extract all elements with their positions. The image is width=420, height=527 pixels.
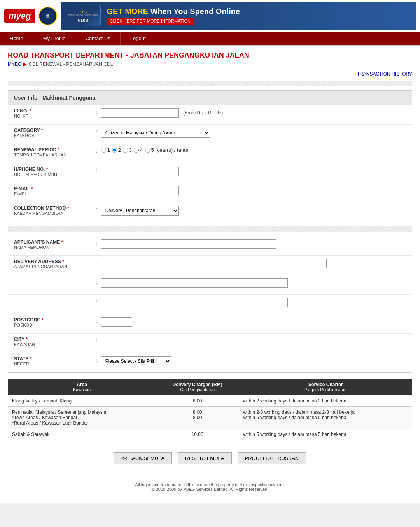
delivery-address-row-2: : <box>8 275 412 295</box>
renewal-3[interactable]: 3 <box>123 147 132 153</box>
separator-stripe-2 <box>8 226 412 232</box>
delivery-table-container: Area Kawasan Delivery Charges (RM) Caj P… <box>8 379 412 440</box>
renewal-options: 1 2 3 4 5 year(s) / tahun <box>101 147 406 153</box>
th-area: Area Kawasan <box>8 379 156 395</box>
separator-stripe <box>8 81 412 86</box>
footer: All logos and trademarks in this site ar… <box>8 476 412 497</box>
city-label: CITY * KAWASAN <box>14 337 92 347</box>
state-select[interactable]: Please Select / Sila Pilih <box>101 356 171 366</box>
table-cell-charter-1: within 2 working days / dalam masa 2 har… <box>239 395 412 407</box>
address-line2-input[interactable] <box>101 278 288 288</box>
renewal-period-row: RENEWAL PERIOD * TEMPOH PEMBAHARUAN : 1 … <box>8 144 412 163</box>
id-no-row: ID NO. * NO. KP : (From User Profile) <box>8 105 412 125</box>
renewal-5[interactable]: 5 <box>145 147 154 153</box>
collection-method-row: COLLECTION METHOD * KAEDAH PENGAMBILAN :… <box>8 202 412 222</box>
banner-get-more: GET MORE When You Spend Online <box>107 7 240 16</box>
table-cell-area-3: Sabah & Sarawak <box>8 429 156 440</box>
year-label: year(s) / tahun <box>157 147 190 153</box>
email-label: E-MAIL * E-MEL <box>14 186 92 196</box>
user-info-form: User Info - Maklumat Pengguna ID NO. * N… <box>8 90 412 222</box>
back-button[interactable]: << BACK/SEMULA <box>114 452 172 464</box>
phone-row: H/PHONE NO. * NO. TELEFON BIMBIT : <box>8 163 412 183</box>
postcode-input[interactable] <box>101 317 132 327</box>
phone-label: H/PHONE NO. * NO. TELEFON BIMBIT <box>14 167 92 177</box>
nav-my-profile[interactable]: My Profile <box>33 32 76 45</box>
id-no-label: ID NO. * NO. KP <box>14 108 92 118</box>
nav-home[interactable]: Home <box>0 32 33 45</box>
button-row: << BACK/SEMULA RESET/SEMULA PROCEED/TERU… <box>8 448 412 468</box>
header-top: myeg 🏛️ myeg 0000 0000 0000 0000 VISA GE… <box>0 0 420 32</box>
myeg-logo: myeg <box>4 9 35 23</box>
category-row: CATEGORY * KATEGORI : Citizen of Malaysi… <box>8 125 412 144</box>
section-header: User Info - Maklumat Pengguna <box>8 91 412 105</box>
banner-click-here[interactable]: CLICK HERE FOR MORE INFORMATION <box>107 18 194 25</box>
renewal-period-label: RENEWAL PERIOD * TEMPOH PEMBAHARUAN <box>14 147 92 157</box>
renewal-4[interactable]: 4 <box>134 147 143 153</box>
delivery-address-row-3: : <box>8 295 412 314</box>
nav-logout[interactable]: Logout <box>121 32 156 45</box>
header: myeg 🏛️ myeg 0000 0000 0000 0000 VISA GE… <box>0 0 420 46</box>
delivery-table: Area Kawasan Delivery Charges (RM) Caj P… <box>8 379 412 440</box>
th-charges: Delivery Charges (RM) Caj Penghantaran <box>156 379 239 395</box>
table-cell-area-1: Klang Valley / Lembah Klang <box>8 395 156 407</box>
banner-card: myeg 0000 0000 0000 0000 VISA <box>66 5 101 26</box>
applicant-name-label: APPLICANT'S NAME * NAMA PEMOHON <box>14 239 92 249</box>
delivery-address-row-1: DELIVERY ADDRESS * ALAMAT PENGHANTARAN : <box>8 256 412 275</box>
renewal-2[interactable]: 2 <box>112 147 121 153</box>
breadcrumb-arrow: ▶ <box>23 61 27 67</box>
main-nav: Home My Profile Contact Us Logout <box>0 32 420 45</box>
phone-input[interactable] <box>101 167 179 176</box>
applicant-name-input[interactable] <box>101 239 276 249</box>
th-charter: Service Charter Piagam Perkhidmatan <box>239 379 412 395</box>
breadcrumb: MYEG ▶ CDL RENEWAL - PEMBAHARUAN CDL <box>8 61 412 67</box>
table-cell-charter-3: within 5 working days / dalam masa 5 har… <box>239 429 412 440</box>
table-row: Sabah & Sarawak 10.00 within 5 working d… <box>8 429 412 440</box>
id-no-input[interactable] <box>101 108 179 118</box>
delivery-form: APPLICANT'S NAME * NAMA PEMOHON : DELIVE… <box>8 236 412 373</box>
page-title: ROAD TRANSPORT DEPARTMENT - JABATAN PENG… <box>8 51 412 60</box>
category-select[interactable]: Citizen of Malaysia / Orang Awam <box>101 128 210 138</box>
state-row: STATE * NEGERI : Please Select / Sila Pi… <box>8 353 412 372</box>
breadcrumb-home[interactable]: MYEG <box>8 61 21 67</box>
table-row: Klang Valley / Lembah Klang 6.00 within … <box>8 395 412 407</box>
postcode-label: POSTCODE * POSKOD <box>14 317 92 327</box>
banner-text: GET MORE When You Spend Online CLICK HER… <box>107 7 240 25</box>
transaction-history-link[interactable]: TRANSACTION HISTORY <box>357 71 412 77</box>
collection-method-label: COLLECTION METHOD * KAEDAH PENGAMBILAN <box>14 206 92 216</box>
delivery-address-label: DELIVERY ADDRESS * ALAMAT PENGHANTARAN <box>14 259 92 269</box>
proceed-button[interactable]: PROCEED/TERUSKAN <box>238 452 306 464</box>
banner-ad: myeg 0000 0000 0000 0000 VISA GET MORE W… <box>61 2 416 30</box>
table-cell-charge-2: 8.00 8.00 <box>156 407 239 429</box>
table-cell-area-2: Peninsular Malaysia / Semenanjung Malays… <box>8 407 156 429</box>
nav-contact-us[interactable]: Contact Us <box>75 32 120 45</box>
collection-method-select[interactable]: Delivery / Penghantaran <box>101 206 179 216</box>
email-row: E-MAIL * E-MEL : <box>8 183 412 202</box>
table-row: Peninsular Malaysia / Semenanjung Malays… <box>8 407 412 429</box>
table-cell-charge-3: 10.00 <box>156 429 239 440</box>
page-content: ROAD TRANSPORT DEPARTMENT - JABATAN PENG… <box>0 46 420 503</box>
city-row: CITY * KAWASAN : <box>8 334 412 353</box>
from-profile-text: (From User Profile) <box>183 110 223 116</box>
address-line1-input[interactable] <box>101 259 327 268</box>
table-cell-charter-2: within 2-3 working days / dalam masa 2-3… <box>239 407 412 429</box>
breadcrumb-current: CDL RENEWAL - PEMBAHARUAN CDL <box>29 61 113 67</box>
transaction-link: TRANSACTION HISTORY <box>8 71 412 77</box>
jpj-logo: 🏛️ <box>38 7 57 25</box>
address-line3-input[interactable] <box>101 298 288 307</box>
reset-button[interactable]: RESET/SEMULA <box>178 452 231 464</box>
email-input[interactable] <box>101 186 179 195</box>
footer-line2: © 2000-2009 by MyEG Services Berhad. All… <box>14 487 406 492</box>
postcode-row: POSTCODE * POSKOD : <box>8 314 412 334</box>
logo-area: myeg 🏛️ <box>4 7 57 25</box>
city-input[interactable] <box>101 337 198 346</box>
renewal-1[interactable]: 1 <box>101 147 110 153</box>
table-cell-charge-1: 6.00 <box>156 395 239 407</box>
applicant-name-row: APPLICANT'S NAME * NAMA PEMOHON : <box>8 236 412 256</box>
footer-line1: All logos and trademarks in this site ar… <box>14 482 406 487</box>
category-label: CATEGORY * KATEGORI <box>14 128 92 138</box>
state-label: STATE * NEGERI <box>14 356 92 366</box>
